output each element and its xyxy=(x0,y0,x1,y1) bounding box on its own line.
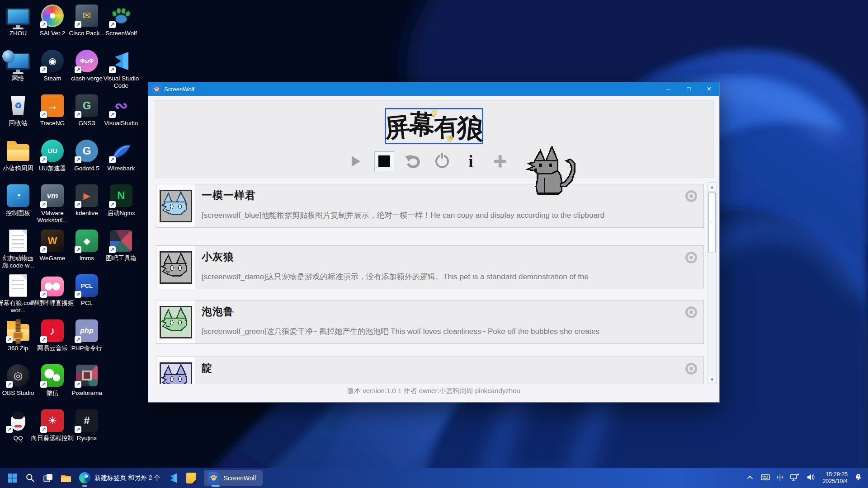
desktop-icon-visualstudio[interactable]: ∾↗VisualStudio xyxy=(104,94,138,127)
desktop-icon-label: 启动Nginx xyxy=(99,210,143,217)
bell-icon: z xyxy=(854,473,863,481)
power-icon xyxy=(435,155,449,168)
desktop-icon-pixelorama[interactable]: ↗Pixelorama xyxy=(70,363,104,397)
desktop-icon-label: Pixelorama xyxy=(65,389,109,397)
network-icon xyxy=(6,49,30,73)
desktop-icon-code-workspace[interactable]: 屏幕有狼.code-wor... xyxy=(1,273,35,314)
shortcut-arrow-icon: ↗ xyxy=(75,111,81,118)
shortcut-arrow-icon: ↗ xyxy=(40,246,47,253)
ime-indicator[interactable]: 中 xyxy=(777,474,783,482)
pet-description: [screenwolf_demo]这只宠物是游戏的标准演示，没有添加额外的逻辑。… xyxy=(202,272,681,282)
pet-row[interactable]: 小灰狼 [screenwolf_demo]这只宠物是游戏的标准演示，没有添加额外… xyxy=(156,245,704,289)
desktop-icon-nginx[interactable]: N↗启动Nginx xyxy=(104,183,138,217)
search-icon xyxy=(25,473,35,483)
pet-row[interactable]: 泡泡鲁 [screenwolf_green]这只狼爱干净~ 戳掉她产生的泡泡吧 … xyxy=(156,300,704,344)
stop-button[interactable] xyxy=(374,151,394,171)
scrollbar-thumb[interactable] xyxy=(708,192,716,253)
edge-tab-label: 新建标签页 和另外 2 个 xyxy=(94,474,160,482)
paw-icon xyxy=(443,133,455,145)
taskbar-clock[interactable]: 15:29:25 2025/10/4 xyxy=(822,471,848,485)
undo-button[interactable] xyxy=(403,151,423,171)
pet-select-button[interactable] xyxy=(684,305,698,319)
pet-row[interactable]: 靛 xyxy=(156,357,704,384)
desktop-icon-vscode[interactable]: ↗Visual Studio Code xyxy=(104,49,138,89)
pet-select-button[interactable] xyxy=(684,362,698,375)
power-button[interactable] xyxy=(432,151,452,171)
version-footer: 版本 version:1.0.1 作者 owner:小蓝狗周周 pinkcand… xyxy=(148,387,719,395)
tray-chevron-button[interactable] xyxy=(746,474,754,483)
shortcut-arrow-icon: ↗ xyxy=(40,66,47,73)
code-workspace-icon xyxy=(6,229,30,253)
tray-date: 2025/10/4 xyxy=(822,478,848,485)
add-button[interactable] xyxy=(490,151,510,171)
kdenlive-icon: ▶↗ xyxy=(75,183,99,208)
pet-row[interactable]: 一模一样君 [screenwolf_blue]他能根据剪贴板图片复制并展示，绝对… xyxy=(156,184,704,228)
godot-icon: G↗ xyxy=(75,139,99,163)
minimize-button[interactable]: ─ xyxy=(658,82,679,96)
close-button[interactable]: × xyxy=(699,82,719,96)
volume-button[interactable] xyxy=(806,473,816,483)
scrollbar[interactable]: ▲ ▼ xyxy=(708,182,717,384)
shortcut-arrow-icon: ↗ xyxy=(40,21,47,28)
monitor-zhou-icon xyxy=(6,4,30,28)
vscode-button[interactable] xyxy=(168,468,179,488)
shortcut-arrow-icon: ↗ xyxy=(40,336,47,343)
shortcut-arrow-icon: ↗ xyxy=(75,426,81,433)
desktop-icon-code-workspace[interactable]: 幻想动物画廊.code-w... xyxy=(1,229,35,269)
search-button[interactable] xyxy=(25,468,35,488)
windows-logo-icon xyxy=(8,473,18,483)
desktop-icon-php-cli[interactable]: php↗PHP命令行 xyxy=(70,319,104,352)
network-button[interactable] xyxy=(790,473,800,483)
start-button[interactable] xyxy=(8,468,18,488)
nginx-icon: N↗ xyxy=(109,183,133,208)
desktop-icon-label: Visual Studio Code xyxy=(99,75,143,89)
pet-select-button[interactable] xyxy=(684,189,698,203)
pet-name: 靛 xyxy=(202,361,212,375)
screenwolf-taskbar-button[interactable]: ScreenWolf xyxy=(204,468,262,488)
scroll-down-icon[interactable]: ▼ xyxy=(708,375,716,384)
pet-avatar xyxy=(156,184,195,227)
play-button[interactable] xyxy=(345,151,365,171)
notepad-button[interactable] xyxy=(186,468,196,488)
tray-time: 15:29:25 xyxy=(822,471,848,478)
window-titlebar[interactable]: ScreenWolf ─ □ × xyxy=(148,82,719,96)
desktop-icon-vmware[interactable]: vm↗VMware Workstati... xyxy=(35,183,70,224)
task-view-button[interactable] xyxy=(43,468,53,488)
pet-select-button[interactable] xyxy=(684,251,698,264)
shortcut-arrow-icon: ↗ xyxy=(75,21,81,28)
notification-bell-button[interactable]: z xyxy=(854,473,863,483)
info-icon: i xyxy=(468,153,473,170)
visualstudio-icon: ∾↗ xyxy=(109,94,133,118)
info-button[interactable]: i xyxy=(461,151,481,171)
shortcut-arrow-icon: ↗ xyxy=(40,111,47,118)
desktop-icon-ryujinx[interactable]: #↗Ryujinx xyxy=(70,408,104,442)
scroll-up-icon[interactable]: ▲ xyxy=(708,183,716,192)
edge-browser-button[interactable]: 新建标签页 和另外 2 个 xyxy=(79,468,160,488)
desktop-icon-label: VisualStudio xyxy=(99,120,143,127)
file-explorer-button[interactable] xyxy=(61,468,71,488)
touch-keyboard-button[interactable] xyxy=(760,473,770,483)
pet-description: [screenwolf_blue]他能根据剪贴板图片复制并展示，绝对一模一样！H… xyxy=(202,210,681,221)
desktop-icon-pcl[interactable]: PCL↗PCL xyxy=(70,273,104,307)
vscode-icon: ↗ xyxy=(109,49,133,73)
ethernet-icon xyxy=(790,473,800,482)
desktop: ZHOU网络♻回收站小蓝狗周周◔控制面板幻想动物画廊.code-w...屏幕有狼… xyxy=(0,0,868,488)
shortcut-arrow-icon: ↗ xyxy=(109,156,116,163)
wechat-icon: ↗ xyxy=(40,363,65,388)
desktop-icon-toolbox[interactable]: ↗图吧工具箱 xyxy=(104,229,138,262)
control-panel-icon: ◔ xyxy=(6,183,30,208)
pixelorama-icon: ↗ xyxy=(75,363,99,388)
taskbar: 新建标签页 和另外 2 个 ScreenWolf xyxy=(0,468,868,488)
zip-folder-icon: ↗ xyxy=(6,319,30,343)
shortcut-arrow-icon: ↗ xyxy=(75,381,81,388)
desktop-icon-label: Ryujinx xyxy=(65,435,109,442)
target-icon xyxy=(684,362,698,375)
notes-icon xyxy=(186,473,196,483)
desktop-icon-screenwolf-paw[interactable]: ↗ScreenWolf xyxy=(104,4,138,37)
sunflower-remote-icon: ☀↗ xyxy=(40,408,65,433)
globe-icon xyxy=(2,50,14,62)
shortcut-arrow-icon: ↗ xyxy=(109,111,116,118)
pet-controls-toolbar: i xyxy=(148,151,707,171)
desktop-icon-wireshark[interactable]: ↗Wireshark xyxy=(104,139,138,172)
maximize-button[interactable]: □ xyxy=(679,82,699,96)
